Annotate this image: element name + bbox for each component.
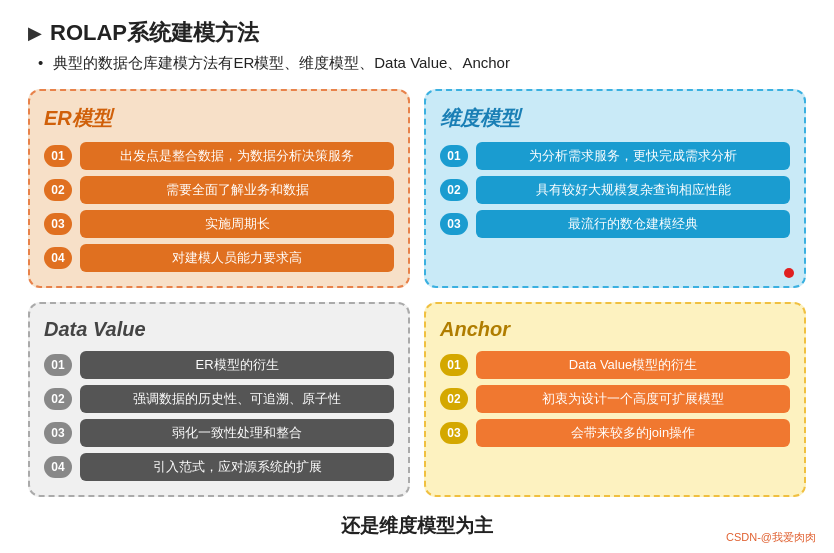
item-badge: 04 — [44, 247, 72, 269]
list-item: 01ER模型的衍生 — [44, 351, 394, 379]
item-bar: 实施周期长 — [80, 210, 394, 238]
card-anchor-title: Anchor — [440, 318, 790, 341]
item-bar: 初衷为设计一个高度可扩展模型 — [476, 385, 790, 413]
item-bar: 最流行的数仓建模经典 — [476, 210, 790, 238]
item-badge: 01 — [440, 354, 468, 376]
subtitle: • 典型的数据仓库建模方法有ER模型、维度模型、Data Value、Ancho… — [38, 54, 806, 73]
item-badge: 03 — [440, 213, 468, 235]
list-item: 02强调数据的历史性、可追溯、原子性 — [44, 385, 394, 413]
item-bar: 会带来较多的join操作 — [476, 419, 790, 447]
title-line: ▶ ROLAP系统建模方法 — [28, 18, 806, 48]
footer-text: 还是维度模型为主 — [341, 513, 493, 539]
list-item: 03弱化一致性处理和整合 — [44, 419, 394, 447]
card-er-title: ER模型 — [44, 105, 394, 132]
item-badge: 02 — [44, 179, 72, 201]
card-dv-title: Data Value — [44, 318, 394, 341]
card-dim-title: 维度模型 — [440, 105, 790, 132]
item-badge: 02 — [440, 179, 468, 201]
item-badge: 03 — [440, 422, 468, 444]
item-bar: ER模型的衍生 — [80, 351, 394, 379]
item-bar: Data Value模型的衍生 — [476, 351, 790, 379]
list-item: 02需要全面了解业务和数据 — [44, 176, 394, 204]
list-item: 01为分析需求服务，更快完成需求分析 — [440, 142, 790, 170]
item-badge: 02 — [44, 388, 72, 410]
item-badge: 04 — [44, 456, 72, 478]
item-bar: 对建模人员能力要求高 — [80, 244, 394, 272]
item-bar: 强调数据的历史性、可追溯、原子性 — [80, 385, 394, 413]
card-er-items: 01出发点是整合数据，为数据分析决策服务02需要全面了解业务和数据03实施周期长… — [44, 142, 394, 272]
card-dv-items: 01ER模型的衍生02强调数据的历史性、可追溯、原子性03弱化一致性处理和整合0… — [44, 351, 394, 481]
title-arrow: ▶ — [28, 22, 42, 44]
item-badge: 03 — [44, 213, 72, 235]
item-bar: 弱化一致性处理和整合 — [80, 419, 394, 447]
red-dot — [784, 268, 794, 278]
list-item: 01Data Value模型的衍生 — [440, 351, 790, 379]
card-er: ER模型 01出发点是整合数据，为数据分析决策服务02需要全面了解业务和数据03… — [28, 89, 410, 288]
item-badge: 01 — [44, 354, 72, 376]
item-bar: 引入范式，应对源系统的扩展 — [80, 453, 394, 481]
item-badge: 01 — [440, 145, 468, 167]
list-item: 01出发点是整合数据，为数据分析决策服务 — [44, 142, 394, 170]
item-badge: 01 — [44, 145, 72, 167]
list-item: 02初衷为设计一个高度可扩展模型 — [440, 385, 790, 413]
card-anchor-items: 01Data Value模型的衍生02初衷为设计一个高度可扩展模型03会带来较多… — [440, 351, 790, 447]
subtitle-text: 典型的数据仓库建模方法有ER模型、维度模型、Data Value、Anchor — [53, 54, 509, 71]
card-dim: 维度模型 01为分析需求服务，更快完成需求分析02具有较好大规模复杂查询相应性能… — [424, 89, 806, 288]
list-item: 02具有较好大规模复杂查询相应性能 — [440, 176, 790, 204]
subtitle-bullet: • — [38, 54, 43, 71]
item-badge: 03 — [44, 422, 72, 444]
list-item: 04对建模人员能力要求高 — [44, 244, 394, 272]
slide: ▶ ROLAP系统建模方法 • 典型的数据仓库建模方法有ER模型、维度模型、Da… — [0, 0, 834, 553]
watermark: CSDN-@我爱肉肉 — [726, 530, 816, 545]
page-title: ROLAP系统建模方法 — [50, 18, 259, 48]
card-dv: Data Value 01ER模型的衍生02强调数据的历史性、可追溯、原子性03… — [28, 302, 410, 497]
item-bar: 出发点是整合数据，为数据分析决策服务 — [80, 142, 394, 170]
item-bar: 需要全面了解业务和数据 — [80, 176, 394, 204]
item-bar: 为分析需求服务，更快完成需求分析 — [476, 142, 790, 170]
item-bar: 具有较好大规模复杂查询相应性能 — [476, 176, 790, 204]
list-item: 03实施周期长 — [44, 210, 394, 238]
list-item: 04引入范式，应对源系统的扩展 — [44, 453, 394, 481]
cards-grid: ER模型 01出发点是整合数据，为数据分析决策服务02需要全面了解业务和数据03… — [28, 89, 806, 497]
item-badge: 02 — [440, 388, 468, 410]
card-anchor: Anchor 01Data Value模型的衍生02初衷为设计一个高度可扩展模型… — [424, 302, 806, 497]
card-dim-items: 01为分析需求服务，更快完成需求分析02具有较好大规模复杂查询相应性能03最流行… — [440, 142, 790, 238]
list-item: 03会带来较多的join操作 — [440, 419, 790, 447]
list-item: 03最流行的数仓建模经典 — [440, 210, 790, 238]
